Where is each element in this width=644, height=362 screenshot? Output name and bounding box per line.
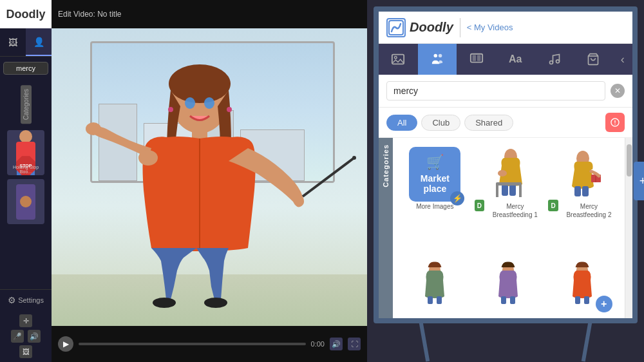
left-tabs: 🖼 👤 xyxy=(0,28,52,57)
audio-controls: 🎤 🔊 xyxy=(11,330,41,343)
mercy-1-svg xyxy=(486,149,531,199)
left-sidebar: Doodly 🖼 👤 Categories STOP Holding Stop … xyxy=(0,0,52,362)
easel-frame: Doodly < My Videos xyxy=(374,6,638,323)
separator xyxy=(460,18,460,37)
volume-icon[interactable]: 🔊 xyxy=(330,338,343,350)
svg-point-12 xyxy=(204,298,227,308)
nav-characters-btn[interactable] xyxy=(418,44,457,75)
marketplace-tile[interactable]: 🛒 Market place ⚡ xyxy=(409,147,460,202)
image-icon[interactable]: 🖼 xyxy=(19,345,32,358)
svg-rect-30 xyxy=(519,184,522,197)
left-tab-character[interactable]: 👤 xyxy=(26,28,52,56)
right-add-btn[interactable]: + xyxy=(634,162,644,200)
filter-icon-btn[interactable] xyxy=(605,113,625,132)
svg-point-11 xyxy=(153,298,176,308)
svg-point-3 xyxy=(204,97,214,109)
settings-label: Settings xyxy=(18,296,44,304)
svg-rect-25 xyxy=(502,184,508,196)
svg-rect-28 xyxy=(496,182,522,186)
grid-item-marketplace[interactable]: 🛒 Market place ⚡ More Images xyxy=(398,143,472,252)
mercy-2-img xyxy=(557,148,609,200)
svg-point-4 xyxy=(168,107,173,112)
mercy-1-label-row: D Mercy Breastfeeding 1 xyxy=(475,200,544,219)
small-char-1-svg xyxy=(417,261,453,305)
left-thumb-area: STOP Holding Stop Boo... xyxy=(7,130,44,289)
search-input[interactable] xyxy=(386,81,605,100)
add-character-btn[interactable]: + xyxy=(596,296,612,312)
left-thumb-item-1[interactable]: STOP Holding Stop Boo... xyxy=(7,130,44,175)
grid-item-small-2[interactable] xyxy=(472,252,546,323)
cart-icon: 🛒 xyxy=(426,154,444,171)
svg-rect-32 xyxy=(574,186,581,196)
filter-shared-btn[interactable]: Shared xyxy=(464,115,513,131)
categories-label: Categories xyxy=(382,144,390,187)
nav-music-btn[interactable] xyxy=(535,44,574,75)
grid-item-small-3[interactable]: + xyxy=(545,252,620,323)
svg-point-21 xyxy=(549,61,553,64)
fullscreen-icon[interactable]: ⛶ xyxy=(348,338,361,350)
clear-search-btn[interactable]: ✕ xyxy=(611,84,625,98)
svg-rect-33 xyxy=(582,186,589,196)
left-categories-label: Categories xyxy=(21,85,32,124)
easel-leg-right xyxy=(582,319,592,361)
svg-point-17 xyxy=(439,54,442,58)
mercy-1-img xyxy=(483,148,535,200)
mercy-2-label-row: D Mercy Breastfeeding 2 xyxy=(548,200,617,219)
mic-icon[interactable]: 🎤 xyxy=(11,330,24,343)
left-thumb-item-2[interactable] xyxy=(7,179,44,224)
svg-rect-20 xyxy=(477,55,480,61)
marketplace-arrow: ⚡ xyxy=(450,191,464,205)
doodly-logo: Doodly xyxy=(386,18,453,37)
filter-all-btn[interactable]: All xyxy=(386,115,417,131)
nav-text-btn[interactable]: Aa xyxy=(496,44,535,75)
settings-button[interactable]: ⚙ Settings xyxy=(0,289,52,310)
grid-item-mercy-2[interactable]: D Mercy Breastfeeding 2 xyxy=(545,143,620,252)
move-icon[interactable]: ✛ xyxy=(19,314,32,327)
top-bar: Edit Video: No title xyxy=(52,0,367,28)
mercy-2-label: Mercy Breastfeeding 2 xyxy=(561,202,617,219)
progress-bar[interactable] xyxy=(79,343,306,345)
svg-rect-37 xyxy=(428,296,433,304)
thumb-label-1: Holding Stop Boo... xyxy=(7,165,44,174)
marketplace-img: 🛒 Market place ⚡ xyxy=(409,148,460,200)
speaker-icon[interactable]: 🔊 xyxy=(28,330,41,343)
bottom-controls: ✛ 🎤 🔊 🖼 xyxy=(0,310,52,362)
small-1-img xyxy=(409,257,460,309)
image-grid: 🛒 Market place ⚡ More Images xyxy=(393,138,625,323)
logo-area: Doodly xyxy=(0,0,52,28)
easel-topbar: Doodly < My Videos xyxy=(379,12,632,44)
svg-line-8 xyxy=(303,158,354,196)
my-videos-link[interactable]: < My Videos xyxy=(467,23,513,32)
svg-point-9 xyxy=(352,156,356,160)
time-display: 0:00 xyxy=(311,340,325,348)
text-icon: Aa xyxy=(509,53,522,65)
main-video-area: Edit Video: No title xyxy=(52,0,367,362)
collapse-icon: ‹ xyxy=(621,53,625,66)
search-row: ✕ xyxy=(379,75,632,108)
nav-scenes-btn[interactable] xyxy=(457,44,496,75)
left-tab-image[interactable]: 🖼 xyxy=(0,28,26,56)
svg-point-10 xyxy=(138,150,158,166)
nav-collapse-btn[interactable]: ‹ xyxy=(613,44,632,75)
nav-images-btn[interactable] xyxy=(379,44,418,75)
grid-item-mercy-1[interactable]: D Mercy Breastfeeding 1 xyxy=(472,143,546,252)
svg-point-5 xyxy=(227,107,232,112)
nav-cart-btn[interactable] xyxy=(574,44,613,75)
mercy-1-label: Mercy Breastfeeding 1 xyxy=(487,202,543,219)
logo-text: Doodly xyxy=(410,20,453,35)
scrollbar-thumb[interactable] xyxy=(627,144,632,176)
image-controls: 🖼 xyxy=(19,345,32,358)
scrollbar[interactable] xyxy=(625,138,632,323)
grid-item-small-1[interactable] xyxy=(398,252,472,323)
categories-sidebar[interactable]: Categories xyxy=(379,138,393,323)
d-badge-1: D xyxy=(475,200,485,211)
filter-club-btn[interactable]: Club xyxy=(421,115,460,131)
svg-rect-38 xyxy=(437,296,442,304)
play-button[interactable]: ▶ xyxy=(58,336,73,352)
volume-controls: ✛ xyxy=(19,314,32,327)
left-search-input[interactable] xyxy=(3,62,48,75)
marketplace-label-bottom: place xyxy=(423,184,446,194)
small-2-img xyxy=(483,257,535,309)
logo-icon xyxy=(386,18,406,37)
svg-point-2 xyxy=(185,97,195,109)
